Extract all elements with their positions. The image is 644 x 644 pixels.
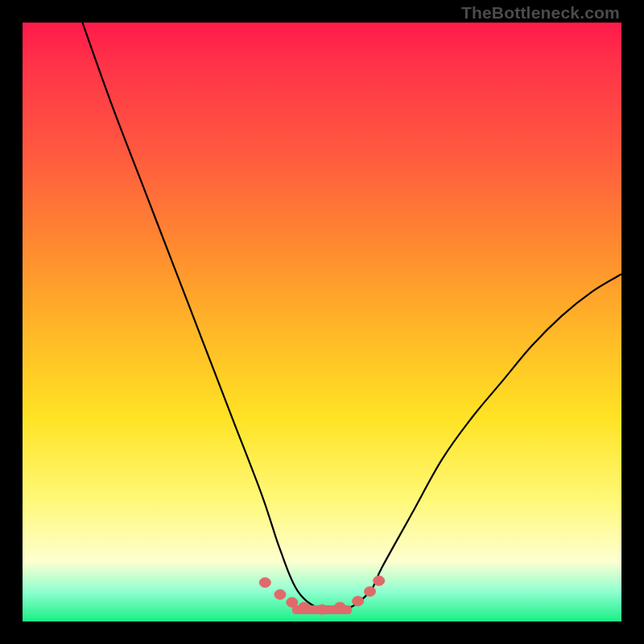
marker-point [299,602,310,612]
plot-area [23,23,621,621]
marker-point [316,605,328,614]
marker-point [275,590,286,600]
marker-point [287,597,298,607]
marker-group [259,576,384,614]
minimum-bar [292,605,352,614]
marker-point [374,576,385,585]
marker-point [353,597,364,606]
marker-point [259,578,270,588]
marker-point [334,602,345,612]
chart-overlay [23,23,621,621]
attribution-label: TheBottleneck.com [461,3,620,23]
chart-frame: TheBottleneck.com [0,0,644,644]
bottleneck-curve [82,23,621,612]
marker-point [365,587,376,597]
